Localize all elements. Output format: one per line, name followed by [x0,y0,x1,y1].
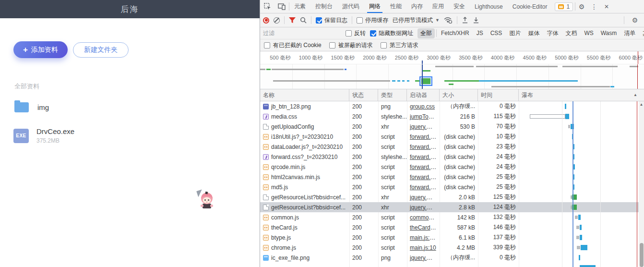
waterfall-cell[interactable] [519,142,639,152]
table-row[interactable]: media.css200styleshe...jumpToRe...216 B1… [260,111,644,121]
table-row[interactable]: qrcode.min.js200scriptforward.js...(disk… [260,162,644,172]
filter-type-Wasm[interactable]: Wasm [598,29,620,37]
new-folder-button[interactable]: 新建文件夹 [73,42,129,58]
col-name[interactable]: 名称 [260,89,349,101]
request-name-cell[interactable]: md5.js [260,182,349,192]
request-name-cell[interactable]: getUploadConfig [260,121,349,132]
filter-input[interactable] [263,29,337,37]
scrollbar-thumb[interactable] [640,243,644,267]
filter-type-清单[interactable]: 清单 [621,28,638,38]
clear-icon[interactable] [274,17,280,24]
initiator-link[interactable]: jquery.mi... [410,204,437,211]
request-name-cell[interactable]: dataLoader.js?_t=20230210 [260,142,349,152]
waterfall-cell[interactable] [519,101,639,111]
waterfall-cell[interactable] [519,263,639,267]
tab-网络[interactable]: 网络 [364,0,385,13]
col-initiator[interactable]: 启动器 [407,89,440,101]
initiator-link[interactable]: jquery.mi... [410,194,437,201]
checkbox-checked[interactable] [370,30,376,36]
checkbox-unchecked[interactable] [381,42,387,49]
waterfall-cell[interactable] [519,243,639,253]
tab-控制台[interactable]: 控制台 [310,0,337,13]
table-row[interactable] [260,263,644,267]
filter-extra-checkbox[interactable]: 有已拦截的 Cookie [264,41,322,49]
waterfall-cell[interactable] [519,222,639,232]
sort-arrow-icon[interactable]: ▲ [633,93,637,97]
tab-元素[interactable]: 元素 [289,0,310,13]
close-devtools-icon[interactable]: ✕ [600,0,613,13]
add-material-button[interactable]: + 添加资料 [13,41,68,58]
export-har-icon[interactable] [473,17,479,24]
device-toolbar-icon[interactable] [274,0,289,13]
initiator-link[interactable]: jquery.mi... [410,123,437,130]
filter-extra-checkbox[interactable]: 第三方请求 [381,41,418,49]
hide-data-urls-checkbox[interactable]: 隐藏数据网址 [370,29,413,37]
request-name-cell[interactable]: qrcode.min.js [260,162,349,172]
checkbox-unchecked[interactable] [346,30,352,36]
more-menu-icon[interactable]: ⋮ [588,0,600,13]
tab-应用[interactable]: 应用 [428,0,449,13]
initiator-link[interactable]: main.js:10 [410,244,436,251]
initiator-link[interactable]: forward.js... [410,174,437,181]
initiator-link[interactable]: forward.js... [410,184,437,191]
filter-type-CSS[interactable]: CSS [488,29,505,37]
filter-funnel-icon[interactable] [289,17,296,23]
import-har-icon[interactable] [462,17,468,24]
col-type[interactable]: 类型 [378,89,407,101]
waterfall-cell[interactable] [519,202,639,212]
table-row[interactable]: ic_exe_file.png200pngjquery.mi...（内存缓...… [260,253,644,263]
request-name-cell[interactable]: getResourceList?bbsid=cef... [260,202,349,212]
table-row[interactable]: dataLoader.js?_t=20230210200scriptforwar… [260,142,644,152]
request-name-cell[interactable]: forward.css?_t=20230210 [260,152,349,162]
checkbox-unchecked[interactable] [329,42,335,49]
waterfall-cell[interactable] [519,132,639,142]
waterfall-cell[interactable] [519,111,639,121]
checkbox-unchecked[interactable] [357,17,363,24]
scroll-up-icon[interactable]: ▲ [639,102,644,107]
vertical-scrollbar[interactable]: ▲ [639,101,644,267]
initiator-link[interactable]: theCard-7... [410,224,437,231]
preserve-log-checkbox[interactable]: 保留日志 [316,16,347,24]
table-row[interactable]: getResourceList?bbsid=cef...200xhrjquery… [260,202,644,212]
request-name-cell[interactable]: btype.js [260,232,349,243]
disable-cache-checkbox[interactable]: 停用缓存 [357,16,388,24]
initiator-link[interactable]: group.css [410,103,435,110]
tab-安全[interactable]: 安全 [449,0,470,13]
initiator-link[interactable]: forward.js... [410,154,437,160]
initiator-link[interactable]: forward.js... [410,164,437,170]
waterfall-cell[interactable] [519,182,639,192]
checkbox-unchecked[interactable] [264,42,270,49]
waterfall-cell[interactable] [519,253,639,263]
initiator-link[interactable]: main.js:256 [410,234,437,241]
filter-type-WS[interactable]: WS [581,29,596,37]
network-overview[interactable] [260,64,644,89]
table-row[interactable]: getUploadConfig200xhrjquery.mi...530 B70… [260,121,644,132]
request-name-cell[interactable]: i18nUtil.js?_t=20230210 [260,132,349,142]
timeline-ruler[interactable]: 500 毫秒1000 毫秒1500 毫秒2000 毫秒2500 毫秒3000 毫… [260,51,644,64]
request-name-cell[interactable]: common.js [260,212,349,222]
filter-type-JS[interactable]: JS [474,29,486,37]
request-name-cell[interactable]: ic_exe_file.png [260,253,349,263]
waterfall-cell[interactable] [519,212,639,222]
checkbox-checked[interactable] [316,17,322,24]
initiator-link[interactable]: common-... [410,214,437,221]
tab-性能[interactable]: 性能 [385,0,406,13]
network-settings-gear-icon[interactable]: ⚙ [629,16,641,24]
invert-checkbox[interactable]: 反转 [346,29,366,37]
table-row[interactable]: i18nUtil.js?_t=20230210200scriptforward.… [260,132,644,142]
tab-Cookie-Editor[interactable]: Cookie-Editor [508,0,552,13]
throttling-dropdown[interactable]: 已停用节流模式 ▼ [393,16,440,24]
table-row[interactable]: html2canvas.min.js200scriptforward.js...… [260,172,644,182]
col-waterfall[interactable]: 瀑布 [519,89,644,101]
request-name-cell[interactable]: media.css [260,111,349,121]
col-status[interactable]: 状态 [349,89,378,101]
waterfall-cell[interactable] [519,162,639,172]
waterfall-cell[interactable] [519,152,639,162]
waterfall-cell[interactable] [519,192,639,202]
request-name-cell[interactable]: html2canvas.min.js [260,172,349,182]
filter-type-字体[interactable]: 字体 [544,28,561,38]
table-row[interactable]: md5.js200scriptforward.js...(disk cache)… [260,182,644,192]
inspect-element-icon[interactable] [260,0,274,13]
filter-type-图片[interactable]: 图片 [506,28,524,38]
file-row-img[interactable]: img [14,102,254,112]
